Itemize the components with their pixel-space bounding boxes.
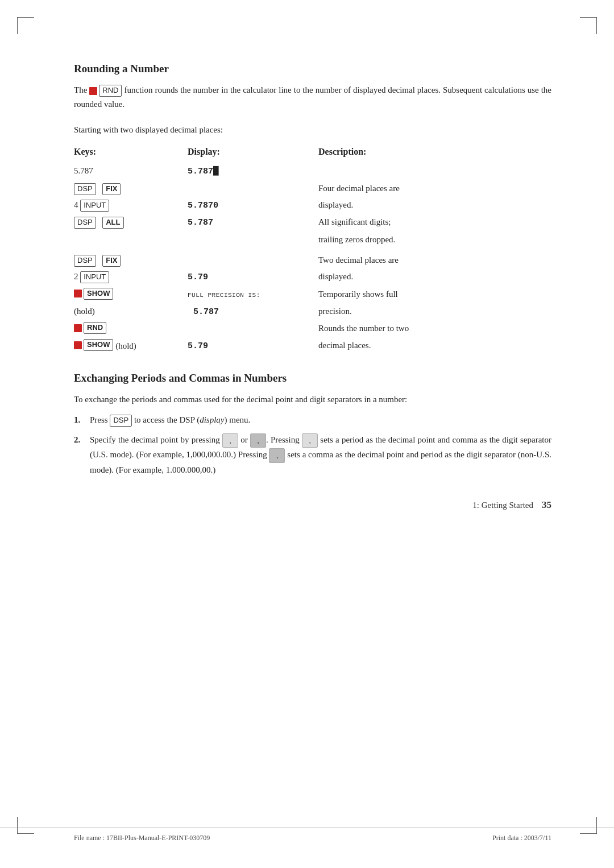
footer-printdata: Print data : 2003/7/11 (492, 834, 551, 842)
display-cell: 5.79 (188, 268, 318, 286)
desc-cell: All significant digits; (318, 214, 551, 232)
display-cell: FULL PRECISION IS: (188, 286, 318, 303)
footer-filename: File name : 17BII-Plus-Manual-E-PRINT-03… (74, 834, 210, 842)
table-row: 4 INPUT 5.7870 displayed. (74, 197, 551, 214)
list-item-2: 2. Specify the decimal point by pressing… (74, 433, 551, 477)
table-row: 5.787 5.787█ (74, 163, 551, 180)
display-value: FULL PRECISION IS: (188, 292, 260, 299)
corner-tr (580, 17, 597, 34)
display-italic: display (200, 415, 224, 424)
desc-cell: displayed. (318, 197, 551, 214)
section-exchanging-intro: To exchange the periods and commas used … (74, 392, 551, 407)
hold-label: (hold) (74, 307, 95, 316)
all-key: ALL (102, 217, 123, 229)
list-content-1: Press DSP to access the DSP (display) me… (90, 413, 551, 427)
display-cell: 5.79 (188, 337, 318, 355)
show-key-red-2: SHOW (74, 339, 113, 351)
dsp-key: DSP (74, 183, 96, 195)
dsp-key-2: DSP (74, 217, 96, 229)
desc-cell (318, 163, 551, 180)
display-value: 5.7870 (188, 201, 218, 210)
instruction-list: 1. Press DSP to access the DSP (display)… (74, 413, 551, 477)
table-row: DSP FIX Two decimal places are (74, 252, 551, 268)
fix-key: FIX (102, 183, 121, 195)
key-cell: DSP ALL (74, 214, 188, 232)
display-cell: 5.787█ (188, 163, 318, 180)
show-key-2: SHOW (84, 339, 113, 351)
key-value: 5.787 (74, 166, 93, 175)
dsp-key-3: DSP (74, 255, 96, 267)
spacer-row (74, 247, 551, 252)
keys-table: Keys: Display: Description: 5.787 5.787█ (74, 147, 551, 354)
display-cell (188, 320, 318, 337)
table-row: DSP ALL 5.787 All significant digits; (74, 214, 551, 232)
page: Rounding a Number The RND function round… (0, 0, 614, 868)
desc-cell: precision. (318, 303, 551, 321)
display-cell (188, 252, 318, 268)
col-header-desc: Description: (318, 147, 551, 163)
show-key-red: SHOW (74, 288, 113, 300)
key-cell (74, 232, 188, 248)
section-rounding-title: Rounding a Number (74, 63, 551, 75)
display-cell (188, 180, 318, 197)
key-cell: 5.787 (74, 163, 188, 180)
list-item-1: 1. Press DSP to access the DSP (display)… (74, 413, 551, 427)
section-exchanging-title: Exchanging Periods and Commas in Numbers (74, 372, 551, 385)
red-square-icon (74, 290, 82, 297)
rnd-key: RND (84, 322, 106, 334)
rnd-key-red: RND (74, 322, 106, 334)
display-value: 5.787 (188, 218, 213, 228)
table-row: SHOW (hold) 5.79 decimal places. (74, 337, 551, 355)
display-value: 5.787█ (188, 167, 219, 176)
table-row: SHOW FULL PRECISION IS: Temporarily show… (74, 286, 551, 303)
starting-with-text: Starting with two displayed decimal plac… (74, 123, 551, 137)
desc-cell: Temporarily shows full (318, 286, 551, 303)
key-cell: DSP FIX (74, 252, 188, 268)
period-key-1: , (222, 433, 238, 448)
input-key: INPUT (80, 200, 109, 212)
display-cell (188, 232, 318, 248)
section-rounding: Rounding a Number The RND function round… (74, 63, 551, 355)
list-num-2: 2. (74, 433, 85, 477)
page-number: 35 (542, 499, 551, 510)
key-cell: 2 INPUT (74, 268, 188, 286)
period-key-2: , (302, 433, 318, 448)
comma-key-2: , (269, 448, 285, 462)
table-row: (hold) 5.787 precision. (74, 303, 551, 321)
hold-label-2: (hold) (115, 342, 136, 351)
display-cell: 5.787 (188, 214, 318, 232)
page-number-area: 1: Getting Started 35 (74, 499, 551, 511)
desc-cell: trailing zeros dropped. (318, 232, 551, 248)
table-row: RND Rounds the number to two (74, 320, 551, 337)
desc-cell: Two decimal places are (318, 252, 551, 268)
key-cell: 4 INPUT (74, 197, 188, 214)
section-rounding-intro: The RND function rounds the number in th… (74, 83, 551, 111)
key-cell: SHOW (hold) (74, 337, 188, 355)
table-row: DSP FIX Four decimal places are (74, 180, 551, 197)
display-value: 5.79 (188, 341, 208, 351)
display-value: 5.787 (193, 307, 219, 317)
desc-cell: decimal places. (318, 337, 551, 355)
key-cell: RND (74, 320, 188, 337)
show-key: SHOW (84, 288, 113, 300)
input-key-2: INPUT (80, 271, 109, 283)
display-cell: 5.7870 (188, 197, 318, 214)
desc-cell: Rounds the number to two (318, 320, 551, 337)
footer: File name : 17BII-Plus-Manual-E-PRINT-03… (0, 828, 614, 842)
desc-cell: Four decimal places are (318, 180, 551, 197)
key-cell: (hold) (74, 303, 188, 321)
list-content-2: Specify the decimal point by pressing , … (90, 433, 551, 477)
red-square-icon (74, 341, 82, 349)
rnd-key-inline: RND (89, 85, 122, 97)
display-cell: 5.787 (188, 303, 318, 321)
comma-key-1: , (250, 433, 266, 448)
dsp-key-ref: DSP (110, 415, 132, 427)
corner-tl (17, 17, 34, 34)
red-square-icon (74, 324, 82, 332)
section-exchanging: Exchanging Periods and Commas in Numbers… (74, 372, 551, 477)
section-label: 1: Getting Started (472, 501, 533, 510)
table-row: 2 INPUT 5.79 displayed. (74, 268, 551, 286)
list-num-1: 1. (74, 413, 85, 427)
key-cell: DSP FIX (74, 180, 188, 197)
display-value: 5.79 (188, 272, 208, 282)
